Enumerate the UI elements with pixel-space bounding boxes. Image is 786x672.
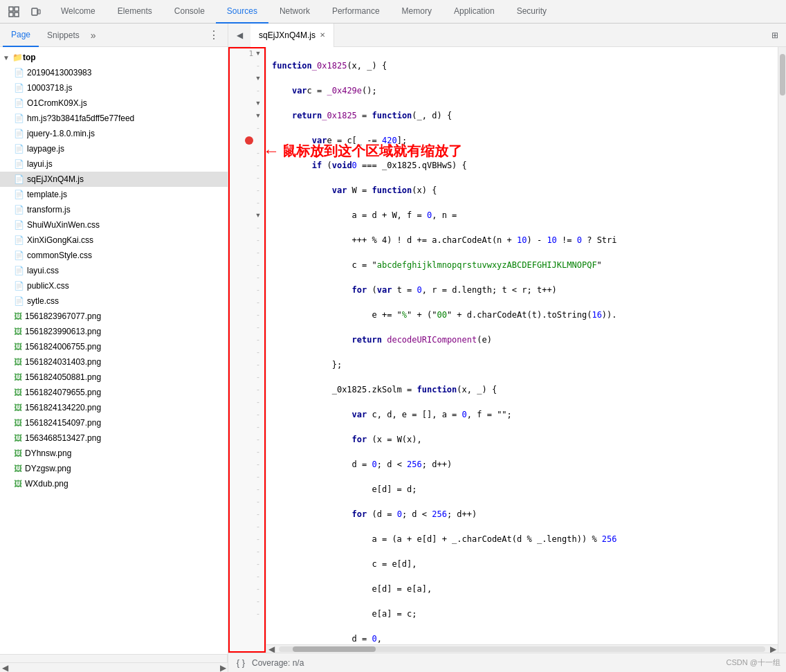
tree-item-css-1[interactable]: 📄 ShuiWuXinWen.css (0, 217, 228, 233)
tree-item-file-9[interactable]: 📄 transform.js (0, 202, 228, 217)
image-file-icon: 🖼 (14, 479, 22, 489)
gutter-row-4: - (228, 84, 266, 97)
tree-item-file-1[interactable]: 📄 10003718.js (0, 80, 228, 96)
sidebar-action-button[interactable]: ⋮ (205, 27, 222, 44)
chevron-down-icon: ▼ (3, 54, 10, 62)
fold-arrow-5[interactable]: ▼ (253, 98, 263, 108)
gutter-row-32: - (228, 433, 266, 446)
sidebar-more-button[interactable]: » (88, 30, 99, 41)
tree-item-png-10[interactable]: 🖼 DYhnsw.png (0, 446, 228, 461)
gutter-row-15: - (228, 221, 266, 234)
code-line-9: c = "abcdefghijklmnopqrstuvwxyzABCDEFGHI… (272, 259, 772, 271)
js-file-icon: 📄 (14, 129, 24, 138)
gutter-row-3: ▼ (228, 72, 266, 84)
scroll-right-arrow[interactable]: ▶ (218, 663, 228, 673)
code-line-8: +++ % 4) ! d += a.charCodeAt(n + 10) - 1… (272, 234, 772, 246)
tree-item-css-6[interactable]: 📄 sytle.css (0, 293, 228, 309)
fold-arrow-3[interactable]: ▼ (253, 73, 263, 83)
breakpoint-marker[interactable] (245, 136, 253, 145)
sidebar-horizontal-scrollbar[interactable] (0, 654, 228, 662)
gutter-row-24: - (228, 334, 266, 346)
tab-memory[interactable]: Memory (391, 0, 443, 24)
gutter-row-13: - (228, 197, 266, 209)
tab-elements[interactable]: Elements (107, 0, 163, 24)
inspect-icon[interactable] (6, 3, 22, 20)
tree-item-css-2[interactable]: 📄 XinXiGongKai.css (0, 233, 228, 248)
code-content[interactable]: function _0x1825(x, _) { var c = _0x429e… (266, 47, 778, 644)
tree-item-png-7[interactable]: 🖼 1561824134220.png (0, 400, 228, 415)
code-line-14: _0x1825.zkSolm = function(x, _) { (272, 383, 772, 396)
tab-performance[interactable]: Performance (321, 0, 391, 24)
nav-tabs: Welcome Elements Console Sources Network… (50, 0, 786, 24)
tree-item-file-5[interactable]: 📄 laypage.js (0, 141, 228, 156)
code-line-7: a = d + W, f = 0, n = (272, 209, 772, 221)
code-panel-action-button[interactable]: ⊞ (767, 27, 783, 44)
fold-arrow-14[interactable]: ▼ (253, 210, 263, 220)
tree-item-png-9[interactable]: 🖼 1563468513427.png (0, 430, 228, 446)
tab-application[interactable]: Application (443, 0, 506, 24)
code-tab-bar: ◀ sqEjJXnQ4M.js ✕ ⊞ (228, 24, 786, 47)
scrollbar-thumb[interactable] (293, 646, 376, 652)
sidebar-actions: ⋮ (205, 27, 225, 44)
sidebar-tab-snippets[interactable]: Snippets (39, 24, 88, 47)
tree-item-png-1[interactable]: 🖼 1561823967077.png (0, 309, 228, 324)
tree-item-file-2[interactable]: 📄 O1CromK09X.js (0, 96, 228, 111)
tree-item-png-3[interactable]: 🖼 1561824006755.png (0, 339, 228, 354)
tree-item-css-4[interactable]: 📄 layui.css (0, 263, 228, 278)
tree-item-file-4[interactable]: 📄 jquery-1.8.0.min.js (0, 126, 228, 141)
tree-item-sqEjJXnQ4M[interactable]: 📄 sqEjJXnQ4M.js (0, 172, 228, 187)
code-line-23: e[a] = c; (272, 608, 772, 620)
tree-item-file-0[interactable]: 📄 20190413003983 (0, 65, 228, 80)
tree-item-png-11[interactable]: 🖼 DYzgsw.png (0, 461, 228, 476)
scroll-left-arrow[interactable]: ◀ (266, 644, 276, 653)
image-file-icon: 🖼 (14, 448, 22, 458)
vertical-scrollbar[interactable] (778, 47, 786, 653)
css-file-icon: 📄 (14, 266, 24, 275)
tree-item-top[interactable]: ▼ 📁 top (0, 50, 228, 65)
code-line-11: e += "%" + ("00" + d.charCodeAt(t).toStr… (272, 309, 772, 321)
code-tab-close-button[interactable]: ✕ (320, 31, 325, 39)
sidebar-tab-page[interactable]: Page (3, 24, 39, 47)
gutter-row-10: - (228, 159, 266, 172)
tree-item-file-3[interactable]: 📄 hm.js?3b3841fa5dff5e77feed (0, 111, 228, 126)
fold-arrow-1[interactable]: ▼ (253, 48, 263, 58)
horizontal-scrollbar[interactable]: ◀ ▶ (266, 644, 778, 653)
code-line-1: function _0x1825(x, _) { (272, 60, 772, 72)
tab-welcome[interactable]: Welcome (50, 0, 107, 24)
scrollbar-track[interactable] (279, 646, 765, 652)
css-file-icon: 📄 (14, 296, 24, 306)
tree-item-png-12[interactable]: 🖼 WXdub.png (0, 476, 228, 491)
tree-item-css-3[interactable]: 📄 commonStyle.css (0, 248, 228, 263)
tab-console[interactable]: Console (163, 0, 216, 24)
gutter-rows: 1 ▼ - ▼ - ▼ ▼ - (228, 47, 266, 620)
scrollbar-thumb-vertical[interactable] (780, 54, 785, 96)
tab-network[interactable]: Network (268, 0, 321, 24)
scroll-right-arrow[interactable]: ▶ (768, 644, 778, 653)
tree-item-png-2[interactable]: 🖼 1561823990613.png (0, 324, 228, 339)
gutter-row-27: - (228, 371, 266, 383)
device-toggle-icon[interactable] (28, 3, 44, 20)
code-tab-file[interactable]: sqEjJXnQ4M.js ✕ (250, 24, 334, 47)
js-file-icon: 📄 (14, 113, 24, 123)
image-file-icon: 🖼 (14, 433, 22, 443)
scroll-left-arrow[interactable]: ◀ (0, 663, 10, 673)
tab-security[interactable]: Security (506, 0, 558, 24)
tree-item-png-8[interactable]: 🖼 1561824154097.png (0, 415, 228, 430)
tree-item-png-6[interactable]: 🖼 1561824079655.png (0, 385, 228, 400)
tree-item-png-5[interactable]: 🖼 1561824050881.png (0, 370, 228, 385)
css-file-icon: 📄 (14, 251, 24, 260)
code-line-21: c = e[d], (272, 558, 772, 570)
gutter-row-46: - (228, 608, 266, 620)
tree-item-file-8[interactable]: 📄 template.js (0, 187, 228, 202)
image-file-icon: 🖼 (14, 372, 22, 382)
tab-sources[interactable]: Sources (216, 0, 268, 24)
tree-item-css-5[interactable]: 📄 publicX.css (0, 278, 228, 293)
tree-item-png-4[interactable]: 🖼 1561824031403.png (0, 354, 228, 370)
tree-item-file-6[interactable]: 📄 layui.js (0, 156, 228, 172)
fold-arrow-6[interactable]: ▼ (253, 111, 263, 120)
image-file-icon: 🖼 (14, 327, 22, 336)
back-button[interactable]: ◀ (231, 27, 248, 44)
svg-rect-3 (15, 12, 19, 17)
curly-braces-icon[interactable]: { } (234, 656, 248, 670)
image-file-icon: 🖼 (14, 418, 22, 428)
